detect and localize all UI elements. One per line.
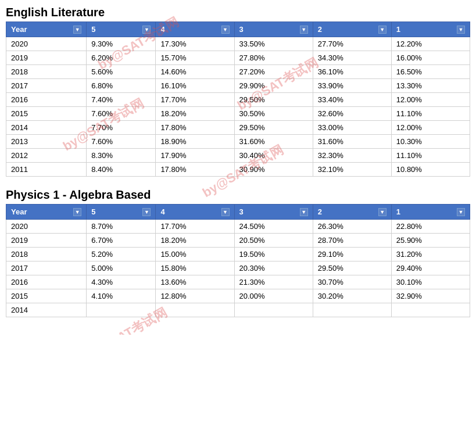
table-cell-1-2: 15.70% (156, 51, 234, 65)
table-cell-2-4: 29.10% (313, 248, 391, 261)
table-cell-3-5: 13.30% (391, 79, 470, 93)
table-physics-1-algebra-based: Year▼5▼4▼3▼2▼1▼20208.70%17.70%24.50%26.3… (6, 204, 470, 317)
table-cell-3-3: 29.90% (234, 79, 313, 93)
table-cell-0-3: 33.50% (234, 37, 313, 51)
dropdown-icon-2[interactable]: ▼ (221, 208, 230, 216)
table-cell-2-2: 15.00% (156, 248, 234, 261)
col-header-3[interactable]: 3▼ (234, 205, 313, 220)
col-header-0[interactable]: Year▼ (6, 205, 87, 220)
table-cell-4-3: 29.50% (234, 93, 313, 107)
table-cell-4-4: 33.40% (313, 93, 391, 107)
dropdown-icon-2[interactable]: ▼ (221, 26, 230, 34)
table-cell-5-2: 12.80% (156, 289, 234, 303)
table-cell-3-4: 33.90% (313, 79, 391, 93)
col-header-label-1: 5 (91, 207, 95, 216)
table-cell-0-5: 12.20% (391, 37, 470, 51)
table-cell-6-5: 12.00% (391, 121, 470, 135)
app-container: English LiteratureYear▼5▼4▼3▼2▼1▼20209.3… (6, 6, 470, 317)
col-header-label-0: Year (11, 207, 27, 216)
dropdown-icon-1[interactable]: ▼ (142, 208, 151, 216)
table-cell-7-0: 2013 (6, 135, 87, 149)
table-cell-4-0: 2016 (6, 275, 87, 289)
col-header-1[interactable]: 5▼ (87, 205, 156, 220)
table-cell-2-3: 27.20% (234, 65, 313, 79)
table-cell-3-5: 29.40% (391, 261, 470, 275)
table-cell-4-5: 30.10% (391, 275, 470, 289)
table-cell-0-1: 9.30% (87, 37, 156, 51)
table-cell-9-4: 32.10% (313, 163, 391, 177)
table-row: 20175.00%15.80%20.30%29.50%29.40% (6, 261, 470, 275)
col-header-0[interactable]: Year▼ (6, 22, 87, 37)
table-cell-2-5: 16.50% (391, 65, 470, 79)
table-cell-1-1: 6.70% (87, 234, 156, 248)
table-cell-8-5: 11.10% (391, 149, 470, 163)
table-cell-5-0: 2015 (6, 289, 87, 303)
table-cell-1-3: 27.80% (234, 51, 313, 65)
dropdown-icon-5[interactable]: ▼ (457, 26, 465, 34)
dropdown-icon-0[interactable]: ▼ (73, 26, 81, 34)
dropdown-icon-0[interactable]: ▼ (73, 208, 81, 216)
table-cell-8-3: 30.40% (234, 149, 313, 163)
dropdown-icon-4[interactable]: ▼ (378, 208, 386, 216)
col-header-label-4: 2 (318, 207, 322, 216)
col-header-label-0: Year (11, 25, 27, 34)
table-cell-4-2: 13.60% (156, 275, 234, 289)
col-header-5[interactable]: 1▼ (391, 205, 470, 220)
dropdown-icon-1[interactable]: ▼ (142, 26, 151, 34)
table-cell-6-2 (156, 303, 234, 317)
table-cell-3-0: 2017 (6, 261, 87, 275)
table-cell-3-1: 5.00% (87, 261, 156, 275)
col-header-3[interactable]: 3▼ (234, 22, 313, 37)
col-header-2[interactable]: 4▼ (156, 205, 234, 220)
table-cell-0-0: 2020 (6, 37, 87, 51)
table-cell-1-4: 34.30% (313, 51, 391, 65)
table-cell-0-5: 22.80% (391, 220, 470, 234)
table-cell-5-4: 32.60% (313, 107, 391, 121)
col-header-4[interactable]: 2▼ (313, 205, 391, 220)
table-cell-7-3: 31.60% (234, 135, 313, 149)
table-row: 20147.70%17.80%29.50%33.00%12.00% (6, 121, 470, 135)
col-header-label-3: 3 (239, 25, 244, 34)
table-cell-2-2: 14.60% (156, 65, 234, 79)
col-header-2[interactable]: 4▼ (156, 22, 234, 37)
table-cell-4-5: 12.00% (391, 93, 470, 107)
col-header-4[interactable]: 2▼ (313, 22, 391, 37)
table-row: 20196.70%18.20%20.50%28.70%25.90% (6, 234, 470, 248)
table-cell-2-0: 2018 (6, 65, 87, 79)
table-row: 20167.40%17.70%29.50%33.40%12.00% (6, 93, 470, 107)
table-cell-3-4: 29.50% (313, 261, 391, 275)
table-cell-6-5 (391, 303, 470, 317)
table-cell-2-0: 2018 (6, 248, 87, 261)
table-cell-2-4: 36.10% (313, 65, 391, 79)
col-header-1[interactable]: 5▼ (87, 22, 156, 37)
dropdown-icon-3[interactable]: ▼ (300, 26, 308, 34)
dropdown-icon-5[interactable]: ▼ (457, 208, 465, 216)
table-row: 20154.10%12.80%20.00%30.20%32.90% (6, 289, 470, 303)
table-cell-4-4: 30.70% (313, 275, 391, 289)
table-cell-4-2: 17.70% (156, 93, 234, 107)
table-row: 20157.60%18.20%30.50%32.60%11.10% (6, 107, 470, 121)
table-cell-9-2: 17.80% (156, 163, 234, 177)
table-cell-8-4: 32.30% (313, 149, 391, 163)
table-cell-7-1: 7.60% (87, 135, 156, 149)
dropdown-icon-3[interactable]: ▼ (300, 208, 308, 216)
table-cell-6-0: 2014 (6, 303, 87, 317)
table-cell-2-5: 31.20% (391, 248, 470, 261)
table-cell-6-4: 33.00% (313, 121, 391, 135)
table-cell-5-3: 30.50% (234, 107, 313, 121)
table-row: 20118.40%17.80%30.90%32.10%10.80% (6, 163, 470, 177)
col-header-label-1: 5 (91, 25, 95, 34)
dropdown-icon-4[interactable]: ▼ (378, 26, 386, 34)
col-header-label-3: 3 (239, 207, 244, 216)
table-cell-1-0: 2019 (6, 51, 87, 65)
table-cell-5-1: 7.60% (87, 107, 156, 121)
table-cell-6-4 (313, 303, 391, 317)
table-cell-0-2: 17.70% (156, 220, 234, 234)
table-cell-7-5: 10.30% (391, 135, 470, 149)
table-cell-5-5: 11.10% (391, 107, 470, 121)
table-cell-8-1: 8.30% (87, 149, 156, 163)
table-cell-5-4: 30.20% (313, 289, 391, 303)
table-cell-4-3: 21.30% (234, 275, 313, 289)
col-header-5[interactable]: 1▼ (391, 22, 470, 37)
table-cell-5-1: 4.10% (87, 289, 156, 303)
